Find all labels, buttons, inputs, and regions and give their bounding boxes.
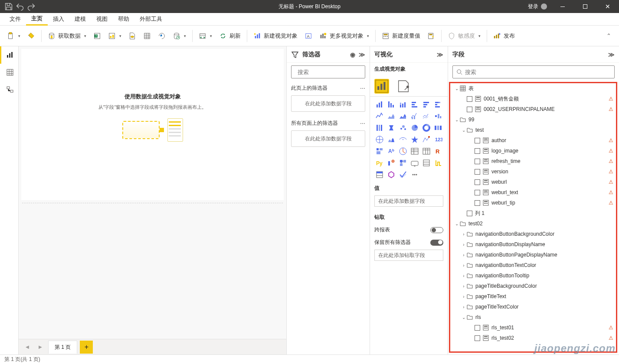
filters-search-input[interactable] — [298, 69, 370, 75]
collapse-ribbon-button[interactable]: ⌃ — [603, 32, 615, 39]
viz-type-3[interactable] — [409, 98, 420, 110]
viz-type-36[interactable] — [373, 169, 385, 180]
viz-type-37[interactable] — [385, 169, 397, 180]
field-checkbox[interactable] — [475, 200, 480, 206]
menu-insert[interactable]: 插入 — [48, 13, 69, 26]
maximize-button[interactable] — [576, 0, 595, 13]
expand-icon[interactable]: ⌄ — [454, 86, 460, 91]
field-checkbox[interactable] — [475, 148, 480, 154]
collapse-fields-icon[interactable]: ≫ — [608, 51, 615, 58]
viz-type-19[interactable] — [385, 133, 397, 145]
field-checkbox[interactable] — [475, 335, 480, 341]
sensitivity-button[interactable]: 敏感度▾ — [445, 28, 483, 44]
tree-field[interactable]: refresh_time⚠ — [450, 156, 616, 166]
viz-type-4[interactable] — [420, 98, 432, 110]
recent-sources-button[interactable]: ▾ — [170, 28, 189, 44]
viz-type-12[interactable] — [373, 122, 385, 133]
viz-type-7[interactable] — [385, 110, 397, 122]
tree-node[interactable]: ›navigationButtonDisplayName — [450, 239, 616, 250]
tree-field[interactable]: author⚠ — [450, 135, 616, 146]
filters-all-dropzone[interactable]: 在此处添加数据字段 — [291, 130, 365, 147]
viz-type-30[interactable]: Py — [373, 157, 385, 169]
tree-node[interactable]: ⌄表 — [450, 83, 616, 94]
viz-type-27[interactable] — [409, 145, 420, 157]
format-visual-button[interactable] — [396, 79, 411, 94]
viz-type-23[interactable]: 123 — [432, 133, 444, 145]
viz-drill-drop[interactable]: 在此处添加钻取字段 — [374, 250, 443, 261]
tree-field[interactable]: rls_test02⚠ — [450, 333, 616, 343]
more-visuals-button[interactable]: 更多视觉对象▾ — [317, 28, 372, 44]
viz-type-6[interactable] — [373, 110, 385, 122]
viz-type-10[interactable] — [420, 110, 432, 122]
expand-icon[interactable]: › — [461, 294, 467, 299]
tree-node[interactable]: ›pageTitleBackgroundColor — [450, 281, 616, 291]
viz-type-15[interactable] — [409, 122, 420, 133]
field-checkbox[interactable] — [467, 107, 472, 112]
expand-icon[interactable]: ⌄ — [454, 221, 460, 226]
expand-icon[interactable]: ⌄ — [454, 117, 460, 122]
viz-type-20[interactable] — [397, 133, 409, 145]
field-checkbox[interactable] — [467, 211, 472, 216]
filters-page-dropzone[interactable]: 在此处添加数据字段 — [291, 95, 365, 112]
model-view-button[interactable] — [0, 81, 18, 98]
viz-type-39[interactable] — [409, 169, 420, 180]
tree-node[interactable]: ›navigationButtonPageDisplayName — [450, 250, 616, 260]
viz-type-0[interactable] — [373, 98, 385, 110]
transform-data-button[interactable]: ▾ — [196, 28, 215, 44]
viz-type-28[interactable] — [420, 145, 432, 157]
field-checkbox[interactable] — [475, 325, 480, 331]
tree-field[interactable]: weburl_text⚠ — [450, 187, 616, 198]
viz-type-25[interactable]: Aᵇ — [385, 145, 397, 157]
viz-type-14[interactable] — [397, 122, 409, 133]
viz-type-1[interactable] — [385, 98, 397, 110]
collapse-filters-icon[interactable]: ≫ — [359, 51, 365, 58]
collapse-viz-icon[interactable]: ≫ — [437, 51, 443, 58]
tree-field[interactable]: rls_test01⚠ — [450, 322, 616, 333]
new-visual-button[interactable]: 新建视觉对象 — [251, 28, 300, 44]
expand-icon[interactable]: › — [461, 232, 467, 237]
publish-button[interactable]: 发布 — [491, 28, 517, 44]
viz-type-16[interactable] — [420, 122, 432, 133]
field-checkbox[interactable] — [475, 159, 480, 164]
sql-button[interactable] — [126, 28, 139, 44]
report-view-button[interactable] — [0, 46, 18, 64]
more-icon[interactable]: ⋯ — [360, 120, 365, 127]
refresh-button[interactable]: 刷新 — [216, 28, 243, 44]
viz-type-33[interactable] — [409, 157, 420, 169]
preview-icon[interactable]: ◉ — [350, 51, 355, 58]
tree-field[interactable]: weburl_tip⚠ — [450, 198, 616, 208]
tree-field[interactable]: weburl⚠ — [450, 177, 616, 187]
close-button[interactable]: ✕ — [598, 0, 617, 13]
tree-node[interactable]: ›pageTitleText — [450, 291, 616, 302]
paste-button[interactable]: ▾ — [4, 28, 23, 44]
tree-node[interactable]: ⌄99 — [450, 114, 616, 125]
viz-type-26[interactable] — [397, 145, 409, 157]
fields-search-input[interactable] — [465, 69, 611, 75]
viz-type-5[interactable] — [432, 98, 444, 110]
viz-type-8[interactable] — [397, 110, 409, 122]
menu-home[interactable]: 主页 — [26, 13, 48, 26]
menu-external[interactable]: 外部工具 — [134, 13, 167, 26]
menu-file[interactable]: 文件 — [4, 13, 26, 26]
tree-field[interactable]: version⚠ — [450, 166, 616, 177]
viz-type-13[interactable] — [385, 122, 397, 133]
tree-field[interactable]: 0001_销售金额⚠ — [450, 94, 616, 104]
menu-help[interactable]: 帮助 — [113, 13, 134, 26]
expand-icon[interactable]: › — [461, 242, 467, 247]
tree-field[interactable]: 0002_USERPRINCIPALNAME⚠ — [450, 104, 616, 114]
viz-type-34[interactable] — [420, 157, 432, 169]
viz-type-2[interactable] — [397, 98, 409, 110]
tree-node[interactable]: ›pageTitleTextColor — [450, 302, 616, 312]
fields-search[interactable] — [452, 65, 615, 78]
viz-type-29[interactable]: R — [432, 145, 444, 157]
more-icon[interactable]: ⋯ — [360, 85, 365, 91]
tree-node[interactable]: ›navigationButtonTextColor — [450, 260, 616, 270]
menu-modeling[interactable]: 建模 — [69, 13, 91, 26]
viz-type-9[interactable] — [409, 110, 420, 122]
menu-view[interactable]: 视图 — [91, 13, 113, 26]
text-box-button[interactable]: A — [302, 28, 315, 44]
minimize-button[interactable] — [553, 0, 572, 13]
tree-node[interactable]: ⌄rls — [450, 312, 616, 322]
page-tab-1[interactable]: 第 1 页 — [48, 341, 77, 354]
viz-values-drop[interactable]: 在此处添加数据字段 — [374, 195, 443, 207]
